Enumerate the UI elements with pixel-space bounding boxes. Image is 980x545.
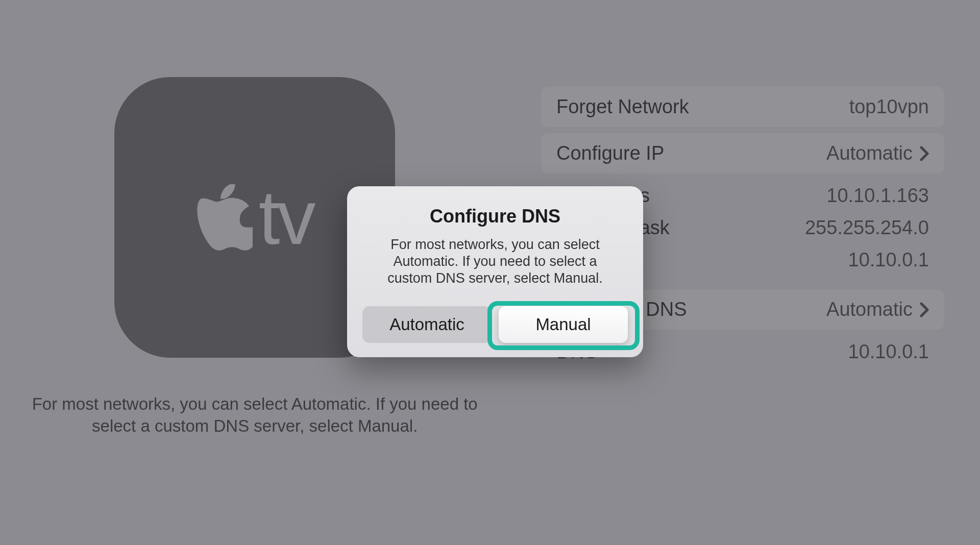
settings-screen: tv For most networks, you can select Aut… [0, 0, 980, 545]
dialog-body: For most networks, you can select Automa… [362, 236, 628, 287]
dialog-title: Configure DNS [362, 206, 628, 227]
manual-button[interactable]: Manual [499, 306, 628, 343]
configure-dns-dialog: Configure DNS For most networks, you can… [347, 186, 643, 357]
automatic-button[interactable]: Automatic [362, 306, 492, 343]
dialog-buttons: Automatic Manual [362, 306, 628, 343]
